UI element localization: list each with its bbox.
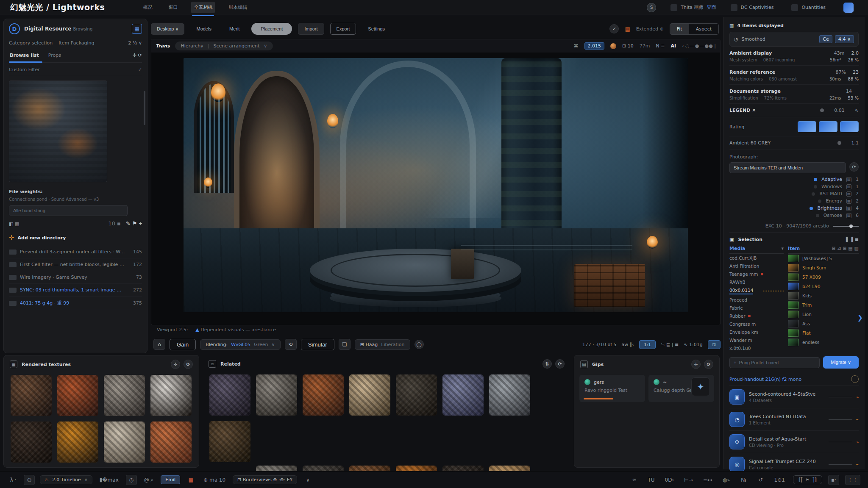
texture-tile[interactable] [209,421,250,462]
texture-tile[interactable] [11,421,52,463]
ratio-chip[interactable]: 4:4 ∨ [835,35,854,43]
asset-category-item[interactable]: Prevent drill 3-segment under all filter… [9,246,142,258]
statusbar-tool-icon[interactable]: 1⊙1 [772,475,787,485]
3d-viewport[interactable]: Trans Hierarchy | Scene arrangement ∨ ⌘ … [151,39,721,325]
texture-tile[interactable] [442,374,484,416]
rendered-scene-image[interactable] [184,58,688,312]
texture-tile[interactable] [256,374,297,416]
timeline-group[interactable]: ♨ 2.0 Timeline ∨ [40,475,92,484]
texture-tile[interactable] [104,421,145,463]
item-header-icons[interactable]: ⊟ ⊿ ⊞ ▤ ▥ [832,246,859,251]
home-icon[interactable]: ⌂ [153,339,165,350]
statusbar-tool-icon[interactable]: № [738,475,749,485]
extended-label[interactable]: Extended ⊕ [636,26,664,32]
statusbar-tool-icon[interactable]: ≋ [629,475,640,485]
end-button-1[interactable]: ▪· [828,475,839,485]
item-row[interactable]: Trim [788,300,859,310]
gain-button[interactable]: Gain [170,339,196,350]
texture-tile[interactable] [396,374,437,416]
migrate-button[interactable]: Migrate ∨ [823,356,859,369]
exc-slider[interactable] [833,226,859,227]
item-row[interactable]: Lion [788,310,859,319]
edit-flag-target-icons[interactable]: ✎ ⚑ ⌖ [126,220,142,227]
toolbar-button[interactable]: Models [190,23,217,34]
refresh-stream-icon[interactable]: ⟳ [849,162,859,172]
similar-button[interactable]: Simular [301,339,334,350]
media-row[interactable]: x.0t0.1u0 [729,344,784,352]
main-menu-tab[interactable]: 脚本编辑 [226,2,250,13]
borderviews-group[interactable]: ⊡ Borderviews ⊕ ·⊜· EY [233,475,297,484]
texture-tile[interactable] [303,374,344,416]
asset-preview-thumbnail[interactable] [9,80,107,182]
checklist-row[interactable]: Energy ▤ 2 [729,198,859,204]
statusbar-tool-icon[interactable]: 0D› [663,475,676,485]
tab-props[interactable]: Props [47,51,62,60]
dataset-item[interactable]: ▣ Second-contoured 4-StaStve 4 Datasets … [729,385,859,408]
toolbar-button[interactable]: Import [298,23,324,35]
expand-chevron-icon[interactable]: ❯ [857,313,863,322]
texture-tile[interactable] [11,375,52,416]
media-row[interactable]: 00x0.0114 [729,286,784,296]
snap-button[interactable]: ⚿ [708,340,721,349]
texture-tile[interactable] [57,421,98,463]
statusbar-tool-icon[interactable]: ≡⊷ [701,475,715,485]
grid-size-chip[interactable]: ⊞ 10 [622,43,634,49]
media-row[interactable]: Anti Filtration [729,262,784,270]
item-row[interactable]: Flat [788,328,859,338]
property-group[interactable]: Ambient display 43m2.0 Mesh system 0607 … [729,47,859,66]
smoothed-row[interactable]: ◔ Smoothed Ce 4:4 ∨ [729,32,859,47]
filter-packaging[interactable]: Item Packaging [58,40,94,46]
statusbar-tool-icon[interactable]: TU [645,475,657,485]
camera-icon[interactable]: ⌘ [574,43,579,49]
titlebar-status-item[interactable]: Quantities [791,4,829,11]
filter-category[interactable]: Category selection [9,40,53,46]
texture-tile[interactable] [489,374,530,416]
checklist-row[interactable]: Windows ▤ 1 [729,184,859,189]
aw-control[interactable]: aw ∥‹ [622,342,634,347]
normals-menu[interactable]: N ≡ [656,43,665,49]
texture-tile[interactable] [150,421,192,463]
texture-tile[interactable] [57,375,98,416]
media-row[interactable]: Fabric [729,304,784,312]
record-icon[interactable]: ◯ [415,340,424,349]
statusbar-tool-icon[interactable]: ↺ [755,475,766,485]
media-row[interactable]: Envelope km [729,328,784,336]
refresh-related-button[interactable]: ⟳ [555,359,565,369]
media-row[interactable]: Wander m [729,336,784,344]
red-grid-icon[interactable]: ▦ [185,475,196,485]
asset-category-item[interactable]: 4011: 75 g 4g · 重 99 375 [9,297,142,310]
ma-counter[interactable]: ⊕ ma 10 [201,475,228,485]
mention-icon[interactable]: @ ⌕ [142,475,156,485]
toolbar-button[interactable]: Settings [362,23,391,34]
checklist-row[interactable]: Adaptive ▤ 1 [729,177,859,182]
main-menu-tab[interactable]: 窗口 [166,2,180,13]
grid-toggle-icon[interactable]: ▦ [625,26,630,32]
toolbar-button[interactable]: Export [330,23,356,35]
segment-option[interactable]: Fit [670,24,689,34]
proud-handout-link[interactable]: Proud-handout 216(n) f2 mono [729,373,859,385]
media-row[interactable]: Congress m [729,320,784,328]
media-column-header[interactable]: Media▾ [729,246,784,254]
add-directory-row[interactable]: ✛ Add new directory [9,234,142,241]
undo-icon[interactable]: ⟲ [285,339,297,350]
texture-tile[interactable] [104,375,145,416]
shield-icon[interactable]: ✦ [691,377,710,396]
ratio-1-1-button[interactable]: 1:1 [639,340,656,349]
blending-dropdown[interactable]: Blending: WvGL05 Green ∨ [200,339,280,350]
item-row[interactable]: b24 L90 [788,282,859,291]
filter-version-dropdown[interactable]: 2 ½ ∨ [128,40,142,46]
layer-icons[interactable]: ◧ ▦ [9,221,19,227]
legend-row[interactable]: LEGEND ✕ 0.01 ∿ [729,104,859,117]
chevron-down-icon[interactable]: ∨ [302,475,313,485]
main-menu-tab[interactable]: 概况 [140,2,155,13]
viewport-tab-trans[interactable]: Trans [156,43,170,49]
check-icon[interactable]: ✓ [609,24,619,33]
item-row[interactable]: endless [788,338,859,347]
checklist-row[interactable]: Osmose ▤ 6 [729,213,859,218]
ambient-row[interactable]: Ambient 60 GREY 1.1 [729,136,859,150]
haag-input-group[interactable]: ⊞ Haag Liberation [355,339,410,350]
item-column-header[interactable]: Item ⊟ ⊿ ⊞ ▤ ▥ [788,246,859,254]
item-row[interactable]: Kids [788,291,859,300]
browser-view-icon[interactable]: ▦ [132,24,142,34]
rating-swatch-3[interactable] [840,121,859,132]
